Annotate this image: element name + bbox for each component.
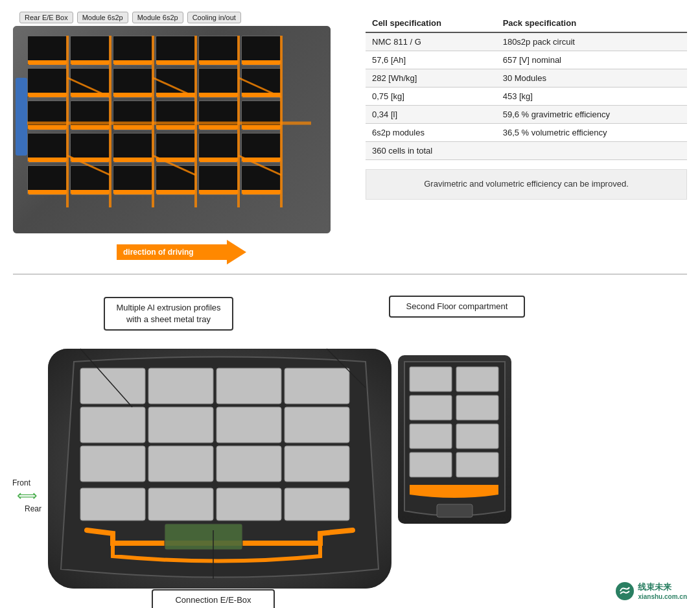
label-module-2: Module 6s2p bbox=[132, 12, 183, 23]
spec-table-container: Cell specification Pack specification NM… bbox=[366, 12, 687, 264]
direction-arrow: direction of driving bbox=[117, 240, 246, 264]
bottom-section: Multiple Al extrusion profiles with a sh… bbox=[0, 280, 700, 608]
spec-cell-2: 282 [Wh/kg] bbox=[366, 69, 496, 88]
watermark-text: 线束未来 xianshu.com.cn bbox=[638, 581, 687, 600]
spec-cell-1: 57,6 [Ah] bbox=[366, 51, 496, 69]
spec-note: Gravimetric and volumetric efficiency ca… bbox=[366, 169, 687, 200]
label-module-1: Module 6s2p bbox=[77, 12, 128, 23]
main-battery-wrapper: Connection E/E-Box bbox=[48, 349, 391, 589]
spec-pack-0: 180s2p pack circuit bbox=[496, 32, 687, 51]
spec-table: Cell specification Pack specification NM… bbox=[366, 14, 687, 160]
double-arrow-icon: ⟺ bbox=[17, 489, 38, 503]
label-cooling: Cooling in/out bbox=[187, 12, 241, 23]
direction-arrow-wrapper: direction of driving bbox=[13, 240, 350, 264]
svg-rect-36 bbox=[456, 395, 498, 420]
svg-rect-41 bbox=[437, 504, 472, 517]
second-floor-image bbox=[398, 355, 511, 524]
battery-bottom-image bbox=[48, 349, 391, 589]
battery-image-container: Rear E/E Box Module 6s2p Module 6s2p Coo… bbox=[13, 12, 350, 264]
svg-rect-38 bbox=[456, 424, 498, 449]
spec-cell-0: NMC 811 / G bbox=[366, 32, 496, 51]
svg-rect-33 bbox=[410, 367, 452, 392]
second-floor-wrapper bbox=[398, 320, 511, 524]
front-rear-labels: Front ⟺ Rear bbox=[13, 349, 41, 513]
al-extrusion-annotation: Multiple Al extrusion profiles with a sh… bbox=[104, 297, 233, 331]
svg-rect-37 bbox=[410, 424, 452, 449]
svg-rect-35 bbox=[410, 395, 452, 420]
col1-header: Cell specification bbox=[366, 14, 496, 32]
rear-label: Rear bbox=[25, 504, 41, 513]
arrow-head bbox=[227, 240, 246, 264]
spec-pack-4: 59,6 % gravimetric efficiency bbox=[496, 106, 687, 124]
col2-header: Pack specification bbox=[496, 14, 687, 32]
front-rear-arrow: Front ⟺ Rear bbox=[13, 478, 41, 513]
arrow-label: direction of driving bbox=[123, 248, 194, 257]
spec-cell-4: 0,34 [l] bbox=[366, 106, 496, 124]
second-floor-annotation: Second Floor compartment bbox=[389, 296, 525, 318]
svg-rect-40 bbox=[456, 452, 498, 477]
battery-top-image bbox=[13, 26, 331, 233]
top-section: Rear E/E Box Module 6s2p Module 6s2p Coo… bbox=[0, 0, 700, 271]
spec-pack-2: 30 Modules bbox=[496, 69, 687, 88]
bottom-annotations-wrapper: Multiple Al extrusion profiles with a sh… bbox=[13, 290, 687, 589]
label-rear-ee-box: Rear E/E Box bbox=[19, 12, 73, 23]
spec-cell-6: 360 cells in total bbox=[366, 142, 496, 160]
spec-pack-5: 36,5 % volumetric efficiency bbox=[496, 124, 687, 142]
svg-rect-34 bbox=[456, 367, 498, 392]
spec-cell-5: 6s2p modules bbox=[366, 124, 496, 142]
spec-pack-6 bbox=[496, 142, 687, 160]
section-divider bbox=[13, 274, 687, 275]
svg-rect-39 bbox=[410, 452, 452, 477]
watermark: 线束未来 xianshu.com.cn bbox=[616, 581, 687, 600]
watermark-icon bbox=[616, 582, 634, 600]
spec-pack-3: 453 [kg] bbox=[496, 88, 687, 106]
spec-pack-1: 657 [V] nominal bbox=[496, 51, 687, 69]
front-label: Front bbox=[12, 478, 30, 487]
connection-ee-annotation: Connection E/E-Box bbox=[152, 589, 275, 608]
spec-cell-3: 0,75 [kg] bbox=[366, 88, 496, 106]
arrow-body: direction of driving bbox=[117, 244, 227, 260]
battery-labels-row: Rear E/E Box Module 6s2p Module 6s2p Coo… bbox=[13, 12, 350, 23]
